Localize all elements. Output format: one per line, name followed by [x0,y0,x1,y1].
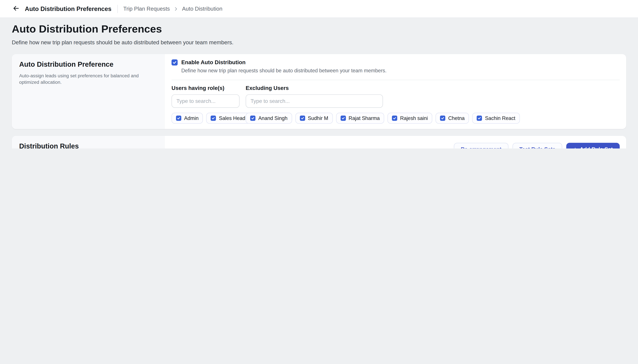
chip-label: Sudhir M [308,115,328,121]
checkbox-checked-icon [300,116,305,121]
section-title: Auto Distribution Preference [19,60,158,69]
chip-label: Admin [184,115,198,121]
section-title: Distribution Rules [19,142,158,148]
role-chip-admin[interactable]: Admin [171,113,203,124]
checkbox-checked-icon [440,116,446,121]
auto-distribution-preference-section: Auto Distribution Preference Auto-assign… [12,54,626,129]
user-chip-sachin-react[interactable]: Sachin React [472,113,520,124]
test-rule-sets-button[interactable]: Test Rule Sets [512,143,562,148]
section-content: Enable Auto Distribution Define how new … [165,54,626,129]
distribution-rules-section: Distribution Rules Set rules to automati… [12,136,626,148]
breadcrumb-trip-plan-requests[interactable]: Trip Plan Requests [123,6,170,12]
check-icon [172,60,177,65]
section-content: Re-arrangement Test Rule Sets + Add Rule… [165,136,626,148]
section-info-column: Auto Distribution Preference Auto-assign… [12,54,165,129]
header-title: Auto Distribution Preferences [25,5,111,12]
chip-label: Sachin React [485,115,515,121]
checkbox-checked-icon [250,116,256,121]
arrow-left-icon [12,4,20,13]
chip-label: Chetna [448,115,465,121]
checkbox-checked-icon [211,116,216,121]
checkbox-checked-icon [340,116,346,121]
plus-icon: + [573,146,577,148]
user-chip-rajat-sharma[interactable]: Rajat Sharma [336,113,384,124]
checkbox-checked-icon [477,116,482,121]
chip-label: Sales Head [219,115,245,121]
enable-auto-distribution-checkbox[interactable] [171,60,178,66]
enable-auto-distribution-description: Define how new trip plan requests should… [181,68,619,74]
back-button[interactable] [12,4,20,13]
chip-label: Rajesh saini [400,115,428,121]
page-subtitle: Define how new trip plan requests should… [12,39,626,46]
add-rule-set-button[interactable]: + Add Rule Set [566,143,619,148]
chip-label: Anand Singh [258,115,288,121]
role-chip-sales-head[interactable]: Sales Head [206,113,250,124]
checkbox-checked-icon [176,116,181,121]
rearrangement-button[interactable]: Re-arrangement [454,143,508,148]
section-info-column: Distribution Rules Set rules to automati… [12,136,165,148]
header-divider [117,5,117,13]
roles-search-input[interactable] [171,94,240,108]
user-chip-sudhir-m[interactable]: Sudhir M [295,113,333,124]
divider [171,80,619,80]
breadcrumb-auto-distribution: Auto Distribution [182,6,223,12]
user-chips-group: Anand Singh Sudhir M Rajat Sharma R [246,113,520,124]
add-rule-set-label: Add Rule Set [580,146,613,148]
chip-label: Rajat Sharma [349,115,380,121]
excluding-users-label: Excluding Users [246,85,383,91]
page-content: Auto Distribution Preferences Define how… [0,23,638,148]
roles-label: Users having role(s) [171,85,240,91]
chevron-right-icon [173,6,179,12]
section-description: Auto-assign leads using set preferences … [19,72,153,85]
role-chips-group: Admin Sales Head [171,113,246,124]
page-title: Auto Distribution Preferences [12,23,626,35]
user-chip-anand-singh[interactable]: Anand Singh [246,113,292,124]
app-window: Auto Distribution Preferences Trip Plan … [0,0,638,148]
user-chip-rajesh-saini[interactable]: Rajesh saini [387,113,432,124]
breadcrumb: Trip Plan Requests Auto Distribution [123,6,223,12]
checkbox-checked-icon [392,116,397,121]
enable-auto-distribution-label: Enable Auto Distribution [181,60,246,66]
top-header: Auto Distribution Preferences Trip Plan … [0,0,638,18]
user-chip-chetna[interactable]: Chetna [436,113,469,124]
excluding-users-search-input[interactable] [246,94,383,108]
